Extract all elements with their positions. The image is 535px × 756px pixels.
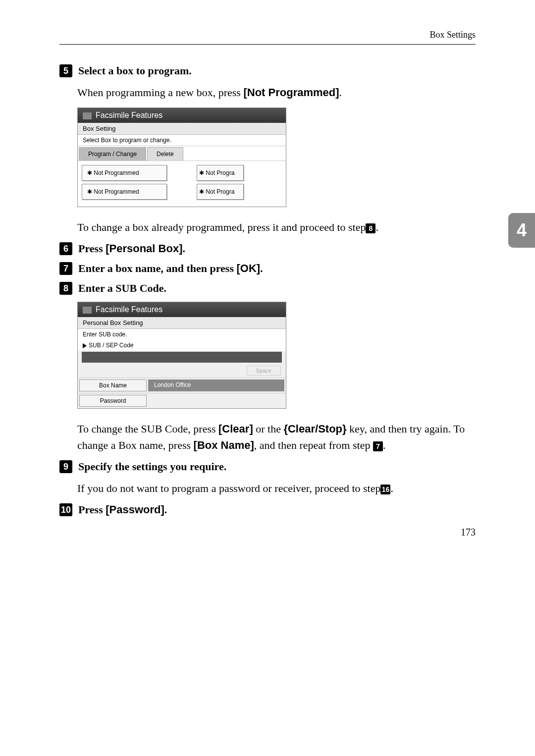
box-name-label: [Box Name] [194,439,254,451]
step-ref-icon: 7 [373,441,383,451]
box-name-button[interactable]: Box Name [79,379,147,391]
space-button[interactable]: Space [247,366,281,376]
text: . [390,482,393,494]
step-ref-icon: 16 [380,485,390,494]
step-6: 6 Press [Personal Box]. [59,242,476,255]
step-number-icon: 7 [59,262,72,275]
not-programmed-button[interactable]: ✱ Not Programmed [82,165,167,181]
ss-tabs: Program / Change Delete [78,146,286,161]
ss-hint: Enter SUB code. [78,329,286,340]
ss-title-bar: Facsimile Features [78,302,286,317]
text: . [339,86,342,99]
tab-delete[interactable]: Delete [147,147,183,161]
step-number-icon: 9 [59,460,72,473]
step-title: Press [Personal Box]. [78,242,185,255]
text: . [375,221,378,233]
step-title: Specify the settings you require. [78,460,226,473]
fax-icon [83,307,92,314]
not-programmed-button-partial[interactable]: ✱ Not Progra [197,165,244,181]
ss-title-bar: Facsimile Features [78,108,286,123]
ss-title-text: Facsimile Features [96,305,162,314]
step-title: Enter a box name, and then press [OK]. [78,262,263,274]
step-title: Select a box to program. [78,64,192,77]
step-5-after: To change a box already programmed, pres… [77,219,476,235]
text: To change the SUB Code, press [77,423,218,435]
text: . [182,242,185,255]
tab-program-change[interactable]: Program / Change [79,147,146,161]
text: . [260,262,263,274]
ss-hint: Select Box to program or change. [78,135,286,146]
password-button[interactable]: Password [79,395,147,407]
not-programmed-button[interactable]: ✱ Not Programmed [82,184,167,200]
fax-icon [83,112,92,119]
text: . [164,503,167,516]
ok-label: [OK] [236,262,260,274]
step-number-icon: 6 [59,242,72,255]
not-programmed-label: [Not Programmed] [243,86,339,99]
page-number: 173 [461,527,476,538]
text: If you do not want to program a password… [77,482,380,494]
step-title: Press [Password]. [78,503,167,516]
step-9-body: If you do not want to program a password… [77,480,476,496]
text: . [383,439,386,451]
screenshot-personal-box: Facsimile Features Personal Box Setting … [77,302,286,409]
arrow-right-icon [83,343,87,348]
step-ref-icon: 8 [366,223,375,233]
text: , and then repeat from step [254,439,373,451]
personal-box-label: [Personal Box] [106,242,182,255]
sub-code-input[interactable] [82,352,282,363]
step-8-after: To change the SUB Code, press [Clear] or… [77,421,476,453]
step-title: Enter a SUB Code. [78,282,166,294]
text: Press [78,242,106,255]
box-name-row: Box Name London Office [78,378,286,393]
text: SUB / SEP Code [89,342,134,349]
step-8: 8 Enter a SUB Code. [59,282,476,295]
step-9: 9 Specify the settings you require. [59,460,476,473]
step-10: 10 Press [Password]. [59,503,476,516]
password-label: [Password] [106,503,164,516]
not-programmed-button-partial[interactable]: ✱ Not Progra [197,184,244,200]
header-section: Box Settings [59,30,476,40]
text: To change a box already programmed, pres… [77,221,366,233]
text: Press [78,503,106,516]
box-name-value: London Office [148,379,284,391]
text: or the [253,423,284,435]
ss-subtitle: Personal Box Setting [78,317,286,329]
step-7: 7 Enter a box name, and then press [OK]. [59,262,476,275]
ss-title-text: Facsimile Features [96,111,162,119]
screenshot-box-setting: Facsimile Features Box Setting Select Bo… [77,108,286,207]
ss-subtitle: Box Setting [78,123,286,135]
chapter-tab: 4 [508,213,535,248]
step-number-icon: 8 [59,282,72,295]
clear-label: [Clear] [218,423,253,435]
step-number-icon: 10 [59,503,72,516]
clear-stop-key: {Clear/Stop} [283,423,346,435]
ss-body: ✱ Not Programmed ✱ Not Progra ✱ Not Prog… [78,161,286,207]
step-number-icon: 5 [59,64,72,77]
text: Enter a box name, and then press [78,262,236,274]
password-value [150,395,284,407]
text: When programming a new box, press [77,86,243,99]
password-row: Password [78,393,286,408]
step-5: 5 Select a box to program. [59,64,476,77]
step-5-body: When programming a new box, press [Not P… [77,84,476,101]
header-rule [59,44,476,45]
ss-field-label: SUB / SEP Code [78,340,286,351]
